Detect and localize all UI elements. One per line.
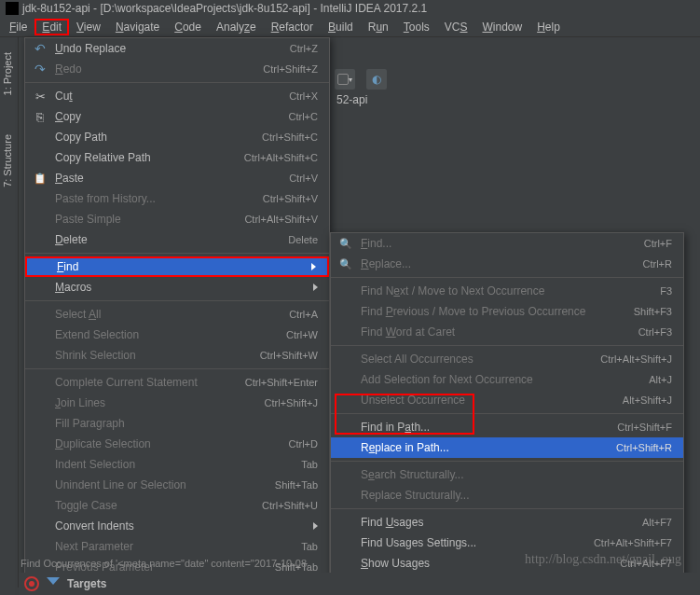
menu-item-label: Fill Paragraph: [55, 417, 125, 430]
menu-item-label: Indent Selection: [55, 458, 135, 471]
edit-item-copy-path[interactable]: Copy PathCtrl+Shift+C: [25, 127, 329, 147]
undo-ico-icon: [33, 41, 48, 56]
menu-view[interactable]: View: [69, 19, 108, 35]
blank-icon: [338, 440, 353, 455]
menu-item-label: Find Usages Settings...: [361, 536, 476, 549]
window-title: jdk-8u152-api - [D:\workspace\IdeaProjec…: [22, 2, 427, 15]
blank-icon: [338, 352, 353, 367]
breadcrumb-label: 52-api: [336, 93, 367, 106]
paste-ico-icon: [33, 171, 48, 186]
blank-icon: [338, 515, 353, 530]
menu-code[interactable]: Code: [167, 19, 209, 35]
scissors-icon: [33, 89, 48, 104]
menu-help[interactable]: Help: [529, 19, 568, 35]
menu-item-label: Paste: [55, 172, 84, 185]
submenu-arrow-icon: [313, 284, 318, 291]
settings-icon[interactable]: ▾: [335, 69, 355, 90]
sidebar-tab-structure[interactable]: 7: Structure: [0, 129, 15, 193]
menu-file[interactable]: File: [2, 19, 34, 35]
search-ico-icon: [338, 236, 353, 251]
menu-item-label: Select All Occurrences: [361, 353, 474, 366]
menu-item-label: Find Next / Move to Next Occurrence: [361, 284, 544, 298]
blank-icon: [33, 232, 48, 247]
shortcut-label: Ctrl+C: [289, 111, 318, 122]
menu-analyze[interactable]: Analyze: [209, 19, 264, 35]
target-icon[interactable]: [24, 576, 39, 591]
edit-item-paste[interactable]: PasteCtrl+V: [25, 168, 329, 188]
find-item-select-all-occurrences: Select All OccurrencesCtrl+Alt+Shift+J: [331, 349, 683, 369]
menu-item-label: Macros: [55, 281, 91, 294]
blank-icon: [33, 395, 48, 410]
edit-item-select-all: Select AllCtrl+A: [25, 304, 329, 325]
menu-item-label: Copy Relative Path: [55, 151, 151, 164]
shortcut-label: Ctrl+Shift+J: [265, 397, 318, 408]
menu-item-label: Copy Path: [55, 131, 107, 144]
blank-icon: [33, 519, 48, 533]
menu-item-label: Add Selection for Next Occurrence: [361, 373, 533, 386]
menu-item-label: Find Usages: [361, 516, 423, 529]
edit-item-macros[interactable]: Macros: [25, 277, 329, 298]
blank-icon: [338, 372, 353, 387]
blank-icon: [33, 477, 48, 492]
menu-item-label: Replace...: [361, 257, 411, 270]
find-item-find-in-path-[interactable]: Find in Path...Ctrl+Shift+F: [331, 417, 683, 437]
find-item-search-structurally-: Search Structurally...: [331, 464, 683, 485]
replace-ico-icon: [338, 256, 353, 271]
menu-item-label: Search Structurally...: [361, 468, 464, 481]
shortcut-label: Ctrl+Shift+C: [262, 131, 318, 143]
shortcut-label: Ctrl+F: [644, 238, 672, 249]
menu-run[interactable]: Run: [361, 19, 396, 35]
nav-icon[interactable]: ◐: [366, 69, 387, 90]
menu-item-label: Duplicate Selection: [55, 437, 151, 450]
shortcut-label: Ctrl+Shift+F: [617, 422, 672, 433]
shortcut-label: Alt+J: [649, 374, 672, 385]
shortcut-label: Shift+F3: [634, 306, 672, 317]
menu-item-label: Find Previous / Move to Previous Occurre…: [361, 305, 585, 318]
shortcut-label: Tab: [301, 541, 318, 552]
shortcut-label: Delete: [288, 234, 318, 245]
menu-vcs[interactable]: VCS: [437, 19, 475, 35]
blank-icon: [33, 498, 48, 513]
menu-item-label: Unindent Line or Selection: [55, 478, 186, 491]
edit-item-copy-relative-path[interactable]: Copy Relative PathCtrl+Alt+Shift+C: [25, 147, 329, 168]
menu-window[interactable]: Window: [474, 19, 529, 35]
menu-separator: [331, 508, 683, 509]
edit-item-cut[interactable]: CutCtrl+X: [25, 86, 329, 106]
shortcut-label: Ctrl+W: [286, 329, 318, 340]
menu-separator: [25, 300, 329, 301]
menu-navigate[interactable]: Navigate: [108, 19, 167, 35]
breadcrumb-item[interactable]: 52-api: [331, 93, 367, 106]
filter-icon[interactable]: [47, 577, 60, 590]
find-submenu: Find...Ctrl+FReplace...Ctrl+RFind Next /…: [330, 232, 684, 595]
blank-icon: [33, 307, 48, 322]
find-item-replace-in-path-[interactable]: Replace in Path...Ctrl+Shift+R: [331, 437, 683, 458]
menu-item-label: Show Usages: [361, 557, 430, 570]
menu-separator: [25, 368, 329, 369]
edit-item-copy[interactable]: CopyCtrl+C: [25, 106, 329, 127]
edit-item-undo-replace[interactable]: Undo ReplaceCtrl+Z: [25, 38, 329, 59]
blank-icon: [338, 325, 353, 339]
menu-item-label: Find Word at Caret: [361, 325, 455, 339]
menu-refactor[interactable]: Refactor: [264, 19, 321, 35]
menu-tools[interactable]: Tools: [396, 19, 437, 35]
find-item-find-usages-settings-[interactable]: Find Usages Settings...Ctrl+Alt+Shift+F7: [331, 533, 683, 553]
shortcut-label: Ctrl+Shift+W: [260, 350, 318, 361]
edit-item-convert-indents[interactable]: Convert Indents: [25, 516, 329, 536]
edit-item-delete[interactable]: DeleteDelete: [25, 229, 329, 250]
find-item-find-usages[interactable]: Find UsagesAlt+F7: [331, 512, 683, 533]
blank-icon: [33, 436, 48, 451]
menu-item-label: Shrink Selection: [55, 349, 136, 362]
shortcut-label: Ctrl+Z: [290, 43, 318, 54]
blank-icon: [33, 416, 48, 431]
menu-edit[interactable]: Edit: [34, 19, 69, 35]
shortcut-label: F3: [660, 285, 672, 297]
menu-item-label: Extend Selection: [55, 328, 139, 341]
edit-item-find[interactable]: Find: [25, 256, 329, 277]
menu-build[interactable]: Build: [321, 19, 361, 35]
find-item-find-next-move-to-next-occurrence: Find Next / Move to Next OccurrenceF3: [331, 281, 683, 301]
sidebar-tab-project[interactable]: 1: Project: [0, 47, 15, 101]
shortcut-label: Ctrl+Alt+Shift+C: [244, 152, 318, 163]
menu-separator: [331, 413, 683, 414]
blank-icon: [33, 212, 48, 227]
blank-icon: [34, 259, 49, 274]
